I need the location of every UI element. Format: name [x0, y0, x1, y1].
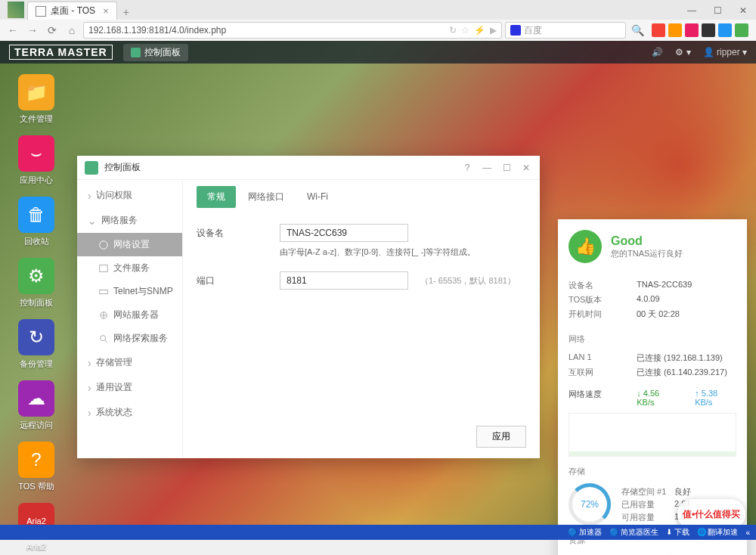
storage-ring: 72%: [569, 483, 611, 526]
desktop-icon-2[interactable]: 🗑回收站: [14, 197, 59, 247]
ext-icon[interactable]: [685, 23, 699, 37]
ext-icon[interactable]: [668, 23, 682, 37]
taskbar-expand[interactable]: «: [745, 529, 750, 537]
forward-icon[interactable]: →: [24, 22, 41, 39]
sidebar-item-network-settings[interactable]: 网络设置: [77, 233, 182, 256]
sidebar-group-storage[interactable]: 存储管理: [77, 350, 182, 375]
sidebar-group-system[interactable]: 系统状态: [77, 400, 182, 425]
storage-header: 存储: [558, 461, 747, 479]
terra-logo: TERRA MASTER: [9, 45, 113, 60]
baidu-icon: [510, 25, 521, 36]
search-placeholder: 百度: [524, 24, 542, 37]
apply-button[interactable]: 应用: [476, 426, 526, 448]
minimize-icon[interactable]: —: [679, 2, 705, 20]
close-icon[interactable]: ✕: [520, 163, 532, 173]
window-titlebar[interactable]: 控制面板 ? — ☐ ✕: [77, 156, 540, 180]
app-label: 文件管理: [20, 113, 53, 125]
app-label: 应用中心: [20, 175, 53, 186]
tab-favicon: [36, 6, 46, 17]
desktop-icon-6[interactable]: ?TOS 帮助: [14, 442, 59, 492]
url-input[interactable]: 192.168.1.139:8181/4.0/index.php ↻ ☆ ⚡ ▶: [83, 22, 502, 39]
status-subtitle: 您的TNAS运行良好: [611, 248, 683, 259]
tab-bar: 桌面 - TOS × + — ☐ ✕: [0, 0, 756, 20]
close-icon[interactable]: ✕: [730, 2, 756, 20]
svg-point-0: [100, 240, 108, 249]
back-icon[interactable]: ←: [5, 22, 21, 39]
bolt-icon[interactable]: ⚡: [474, 25, 485, 36]
port-hint: （1- 65535，默认 8181）: [420, 275, 516, 287]
home-icon[interactable]: ⌂: [64, 22, 80, 39]
status-good: Good: [611, 234, 683, 248]
upload-speed: ↑ 5.38 KB/s: [695, 389, 736, 407]
window-controls: — ☐ ✕: [679, 2, 756, 20]
window-title: 控制面板: [104, 161, 141, 174]
tab-general[interactable]: 常规: [197, 186, 236, 208]
play-icon[interactable]: ▶: [490, 25, 497, 36]
ext-icon[interactable]: [735, 23, 748, 37]
sidebar-item-telnet-snmp[interactable]: Telnet与SNMP: [77, 280, 182, 303]
desktop-icon-4[interactable]: ↻备份管理: [14, 319, 59, 370]
tab-bar: 常规 网络接口 Wi-Fi: [197, 183, 526, 210]
taskbar-item[interactable]: 🌐 翻译加速: [697, 527, 739, 538]
sidebar-group-general[interactable]: 通用设置: [77, 375, 182, 400]
app-icon: ↻: [18, 319, 54, 355]
desktop-icons: 📁文件管理⌣应用中心🗑回收站⚙控制面板↻备份管理☁远程访问?TOS 帮助Aria…: [14, 74, 59, 551]
maximize-icon[interactable]: ☐: [705, 2, 730, 20]
download-speed: ↓ 4.56 KB/s: [637, 389, 678, 407]
address-bar: ← → ⟳ ⌂ 192.168.1.139:8181/4.0/index.php…: [0, 20, 756, 41]
window-icon: [85, 161, 98, 175]
app-label: 回收站: [24, 236, 49, 247]
taskbar-item[interactable]: ⬇ 下载: [666, 527, 689, 538]
browser-tab[interactable]: 桌面 - TOS ×: [27, 2, 117, 20]
maximize-icon[interactable]: ☐: [500, 163, 513, 173]
tos-top-bar: TERRA MASTER 控制面板 🔊 ⚙ ▾ 👤 ripper ▾: [0, 41, 756, 64]
taskbar-item[interactable]: 🔵 简览器医生: [609, 527, 658, 538]
control-panel-pill[interactable]: 控制面板: [123, 44, 188, 61]
app-icon: ⌣: [18, 135, 54, 172]
network-chart: [569, 413, 736, 457]
sidebar-item-web-server[interactable]: 网站服务器: [77, 303, 182, 327]
user-menu[interactable]: 👤 ripper ▾: [703, 47, 747, 57]
search-box[interactable]: 百度: [505, 22, 626, 39]
taskbar-item[interactable]: 🔵 加速器: [568, 527, 602, 538]
action-icon[interactable]: ↻: [449, 25, 457, 36]
sidebar-item-file-service[interactable]: 文件服务: [77, 256, 182, 280]
app-label: 远程访问: [20, 420, 53, 431]
network-header: 网络: [558, 329, 747, 346]
sidebar-group-access[interactable]: 访问权限: [77, 183, 182, 208]
star-icon[interactable]: ☆: [461, 25, 469, 36]
profile-avatar[interactable]: [8, 2, 24, 18]
ext-icon[interactable]: [718, 23, 732, 37]
tab-close-icon[interactable]: ×: [103, 5, 109, 17]
thumbs-up-icon: 👍: [569, 230, 602, 263]
app-icon: ☁: [18, 380, 54, 417]
svg-rect-1: [100, 265, 108, 271]
app-label: Aria2: [26, 542, 46, 551]
search-icon[interactable]: 🔍: [629, 22, 646, 39]
svg-point-4: [101, 335, 106, 340]
volume-icon[interactable]: 🔊: [652, 47, 663, 57]
app-label: 控制面板: [20, 297, 53, 309]
extension-icons: [649, 23, 751, 37]
gear-icon[interactable]: ⚙ ▾: [675, 47, 690, 57]
minimize-icon[interactable]: —: [481, 163, 493, 173]
desktop-icon-1[interactable]: ⌣应用中心: [14, 135, 59, 186]
help-icon[interactable]: ?: [461, 163, 473, 173]
tab-title: 桌面 - TOS: [51, 5, 95, 17]
new-tab-button[interactable]: +: [117, 5, 135, 20]
device-name-input[interactable]: [280, 224, 408, 242]
port-label: 端口: [197, 274, 280, 287]
sidebar-group-network[interactable]: 网络服务: [77, 208, 182, 233]
desktop-icon-5[interactable]: ☁远程访问: [14, 380, 59, 431]
reload-icon[interactable]: ⟳: [44, 22, 60, 39]
desktop-icon-3[interactable]: ⚙控制面板: [14, 258, 59, 309]
tab-wifi[interactable]: Wi-Fi: [296, 187, 339, 206]
ext-icon[interactable]: [702, 23, 715, 37]
ext-icon[interactable]: [652, 23, 665, 37]
sidebar-item-network-discovery[interactable]: 网络探索服务: [77, 327, 182, 350]
device-name-label: 设备名: [197, 227, 280, 240]
desktop-icon-0[interactable]: 📁文件管理: [14, 74, 59, 125]
port-input[interactable]: [280, 271, 408, 290]
app-icon: ⚙: [18, 258, 54, 294]
tab-network-interface[interactable]: 网络接口: [237, 186, 295, 208]
